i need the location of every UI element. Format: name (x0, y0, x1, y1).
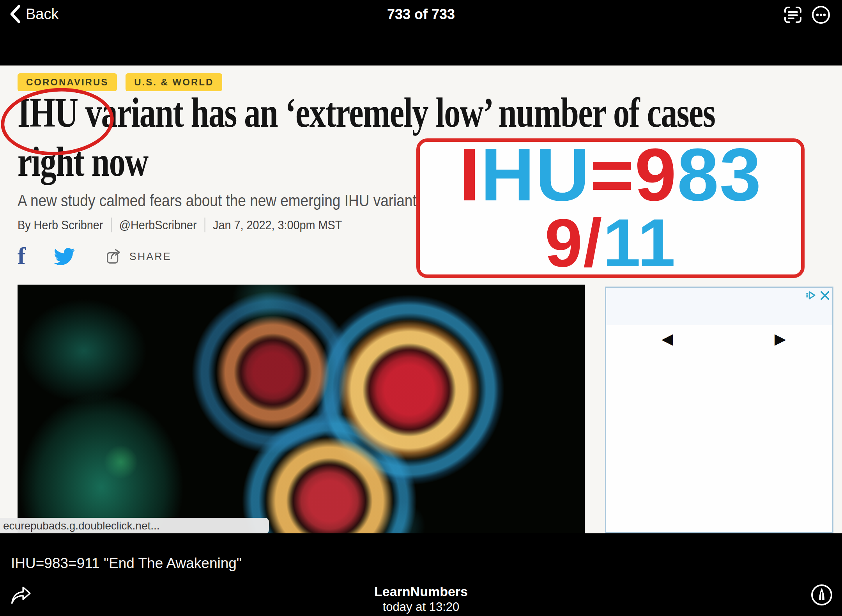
share-button[interactable]: SHARE (105, 248, 172, 266)
byline-divider (111, 218, 111, 232)
photo-caption: IHU=983=911 "End The Awakening" (11, 555, 242, 572)
photo-counter: 733 of 733 (0, 6, 842, 23)
markup-pen-icon[interactable] (810, 583, 833, 607)
top-bar-actions (783, 5, 831, 25)
forward-share-icon[interactable] (10, 585, 32, 606)
back-button[interactable]: Back (9, 4, 58, 24)
bottom-bar: IHU=983=911 "End The Awakening" LearnNum… (0, 533, 842, 616)
status-url-overlay: ecurepubads.g.doubleclick.net... (0, 518, 269, 533)
social-share-row: f SHARE (18, 244, 172, 269)
viewed-photo[interactable]: CORONAVIRUS U.S. & WORLD IHU variant has… (0, 65, 842, 533)
prev-arrow-icon[interactable]: ◀ (662, 331, 673, 346)
ad-panel: ◀ ▶ (605, 287, 833, 533)
photo-timestamp: today at 13:20 (0, 600, 842, 614)
headline-line-1-rest: variant has an ‘extremely low’ number of… (78, 89, 715, 136)
back-chevron-icon (9, 4, 21, 24)
channel-name: LearnNumbers (0, 583, 842, 600)
twitter-icon[interactable] (54, 248, 75, 266)
top-bar: Back 733 of 733 (0, 0, 842, 65)
next-arrow-icon[interactable]: ▶ (775, 331, 786, 346)
facebook-icon[interactable]: f (18, 244, 26, 267)
adchoices-icon[interactable] (805, 290, 817, 301)
share-icon (105, 248, 123, 266)
annotation-line-1: IHU=983 (459, 139, 762, 210)
byline-date: Jan 7, 2022, 3:00pm MST (213, 218, 342, 232)
ad-panel-top-strip (606, 288, 832, 325)
article-hero-image (18, 285, 585, 533)
more-options-icon[interactable] (811, 5, 831, 25)
headline-line-1: IHU variant has an ‘extremely low’ numbe… (18, 88, 715, 137)
byline-divider (204, 218, 205, 232)
photo-viewer-screen: Back 733 of 733 CORONAVIRUS (0, 0, 842, 616)
live-text-icon[interactable] (783, 5, 803, 25)
back-label: Back (26, 6, 58, 23)
close-icon[interactable] (820, 290, 830, 301)
photo-meta: LearnNumbers today at 13:20 (0, 583, 842, 614)
article-subhead: A new study calmed fears about the new e… (18, 191, 417, 210)
share-label: SHARE (129, 251, 172, 263)
numerology-annotation-box: IHU=983 9/11 (416, 138, 805, 278)
byline-handle[interactable]: @HerbScribner (119, 218, 197, 232)
article-byline: By Herb Scribner @HerbScribner Jan 7, 20… (18, 218, 342, 232)
byline-author: By Herb Scribner (18, 218, 103, 232)
ad-corner-controls (805, 290, 830, 301)
annotation-line-2: 9/11 (545, 211, 676, 275)
